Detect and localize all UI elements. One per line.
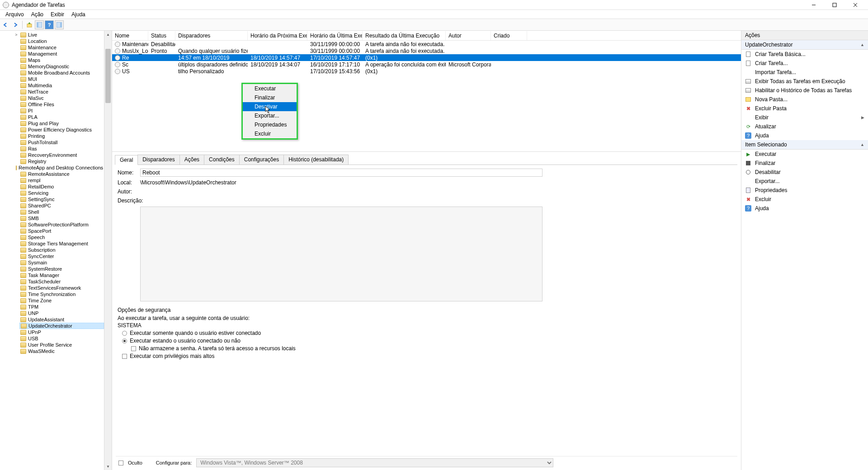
action-link-atualizar[interactable]: ⟳Atualizar xyxy=(741,122,868,131)
minimize-button[interactable] xyxy=(807,0,820,9)
column-header[interactable]: Status xyxy=(148,31,175,40)
actions-section-header[interactable]: Item Selecionado▲ xyxy=(741,140,868,150)
tab-geral[interactable]: Geral xyxy=(115,155,138,165)
tab-configurações[interactable]: Configurações xyxy=(239,155,284,164)
tree-item-maps[interactable]: Maps xyxy=(19,57,104,63)
menu-ação[interactable]: Ação xyxy=(28,10,47,19)
action-link-executar[interactable]: ▶Executar xyxy=(741,150,868,159)
action-link-ajuda[interactable]: ?Ajuda xyxy=(741,204,868,213)
tree-item-synccenter[interactable]: SyncCenter xyxy=(19,253,104,259)
action-link-excluir[interactable]: ✖Excluir xyxy=(741,195,868,204)
action-link-exibir-todas-as-tarefas-em-execu-o[interactable]: Exibir Todas as Tarefas em Execução xyxy=(741,77,868,86)
menu-arquivo[interactable]: Arquivo xyxy=(2,10,28,19)
tree-item-updateorchestrator[interactable]: UpdateOrchestrator xyxy=(19,323,104,329)
tasks-rows[interactable]: Maintenanc...Desabilitado30/11/1999 00:0… xyxy=(112,41,741,75)
tab-condições[interactable]: Condições xyxy=(204,155,240,164)
column-header[interactable]: Nome xyxy=(112,31,148,40)
expand-icon[interactable]: > xyxy=(14,33,19,37)
tree-item-ras[interactable]: Ras xyxy=(19,146,104,152)
action-link-exportar-[interactable]: Exportar... xyxy=(741,177,868,186)
tree-item-pla[interactable]: PLA xyxy=(19,114,104,120)
context-menu-item-executar[interactable]: Executar xyxy=(243,84,297,93)
menu-exibir[interactable]: Exibir xyxy=(47,10,68,19)
action-link-habilitar-o-hist-rico-de-todas-as-tarefas[interactable]: Habilitar o Histórico de Todas as Tarefa… xyxy=(741,86,868,95)
tab-ações[interactable]: Ações xyxy=(179,155,204,164)
tree-item-time-zone[interactable]: Time Zone xyxy=(19,297,104,304)
tree-item-taskscheduler[interactable]: TaskScheduler xyxy=(19,278,104,285)
tree-item-printing[interactable]: Printing xyxy=(19,133,104,139)
close-button[interactable] xyxy=(849,0,862,9)
tree-item-user-profile-service[interactable]: User Profile Service xyxy=(19,342,104,348)
tree-item-subscription[interactable]: Subscription xyxy=(19,247,104,253)
tree-view[interactable]: >LiveLocationMaintenanceManagementMapsMe… xyxy=(0,31,104,470)
tree-item-updateassistant[interactable]: UpdateAssistant xyxy=(19,316,104,323)
column-header[interactable]: Autor xyxy=(446,31,491,40)
task-row[interactable]: Maintenanc...Desabilitado30/11/1999 00:0… xyxy=(112,41,741,47)
column-header[interactable]: Horário da Última Execução xyxy=(307,31,363,40)
tree-item-settingsync[interactable]: SettingSync xyxy=(19,196,104,202)
tree-item-sysmain[interactable]: Sysmain xyxy=(19,259,104,266)
tree-item-mui[interactable]: MUI xyxy=(19,76,104,82)
tree-item-smb[interactable]: SMB xyxy=(19,215,104,221)
tree-item-mobile-broadband-accounts[interactable]: Mobile Broadband Accounts xyxy=(19,70,104,76)
back-button[interactable] xyxy=(1,20,10,29)
tree-item-offline-files[interactable]: Offline Files xyxy=(19,101,104,108)
tree-item-maintenance[interactable]: Maintenance xyxy=(19,44,104,51)
tree-item-spaceport[interactable]: SpacePort xyxy=(19,228,104,234)
radio-connected-or-not[interactable] xyxy=(122,338,127,343)
column-header[interactable]: Resultado da Última Execução xyxy=(363,31,446,40)
tree-item-retaildemo[interactable]: RetailDemo xyxy=(19,183,104,190)
action-link-exibir[interactable]: Exibir▶ xyxy=(741,113,868,122)
tree-item-power-efficiency-diagnostics[interactable]: Power Efficiency Diagnostics xyxy=(19,127,104,133)
up-button[interactable] xyxy=(25,20,34,29)
tree-item-memorydiagnostic[interactable]: MemoryDiagnostic xyxy=(19,63,104,70)
action-link-excluir-pasta[interactable]: ✖Excluir Pasta xyxy=(741,104,868,113)
tree-item-textservicesframework[interactable]: TextServicesFramework xyxy=(19,285,104,291)
tab-disparadores[interactable]: Disparadores xyxy=(137,155,179,164)
tree-item-shell[interactable]: Shell xyxy=(19,209,104,215)
tree-item-rempl[interactable]: rempl xyxy=(19,177,104,183)
tree-item-sharedpc[interactable]: SharedPC xyxy=(19,202,104,209)
tree-item-recoveryenvironment[interactable]: RecoveryEnvironment xyxy=(19,152,104,158)
action-link-criar-tarefa-[interactable]: Criar Tarefa... xyxy=(741,59,868,68)
task-row[interactable]: MusUx_Log...ProntoQuando qualquer usuári… xyxy=(112,47,741,54)
tab-histórico[interactable]: Histórico (desabilitada) xyxy=(283,155,349,164)
column-header[interactable]: Criado xyxy=(491,31,527,40)
action-link-propriedades[interactable]: Propriedades xyxy=(741,186,868,195)
panel2-button[interactable] xyxy=(55,20,64,29)
context-menu-item-excluir[interactable]: Excluir xyxy=(243,129,297,138)
tree-item-servicing[interactable]: Servicing xyxy=(19,190,104,196)
tree-item-waasmedic[interactable]: WaaSMedic xyxy=(19,348,104,354)
forward-button[interactable] xyxy=(11,20,20,29)
tree-item-remoteassistance[interactable]: RemoteAssistance xyxy=(19,171,104,177)
tree-item-registry[interactable]: Registry xyxy=(19,158,104,164)
collapse-icon[interactable]: ▲ xyxy=(860,142,864,147)
scroll-down-arrow[interactable]: ▼ xyxy=(104,463,112,470)
column-header[interactable]: Disparadores xyxy=(175,31,248,40)
action-link-importar-tarefa-[interactable]: Importar Tarefa... xyxy=(741,68,868,77)
tree-item-live[interactable]: >Live xyxy=(19,32,104,38)
context-menu-item-finalizar[interactable]: Finalizar xyxy=(243,93,297,102)
task-name-input[interactable] xyxy=(140,169,542,177)
checkbox-highest-priv[interactable] xyxy=(122,354,127,359)
context-menu-item-propriedades[interactable]: Propriedades xyxy=(243,120,297,129)
tree-item-nlasvc[interactable]: NlaSvc xyxy=(19,95,104,101)
action-link-ajuda[interactable]: ?Ajuda xyxy=(741,131,868,140)
help-button[interactable]: ? xyxy=(45,20,54,29)
task-description-textarea[interactable] xyxy=(140,207,542,301)
tree-item-remoteapp-and-desktop-connections[interactable]: RemoteApp and Desktop Connections xyxy=(19,164,104,171)
tree-item-systemrestore[interactable]: SystemRestore xyxy=(19,266,104,272)
actions-section-header[interactable]: UpdateOrchestrator▲ xyxy=(741,40,868,50)
maximize-button[interactable] xyxy=(828,0,841,9)
action-link-criar-tarefa-b-sica-[interactable]: Criar Tarefa Básica... xyxy=(741,50,868,59)
scroll-thumb[interactable] xyxy=(105,49,111,103)
task-row[interactable]: Scúltiplos disparadores definidos18/10/2… xyxy=(112,61,741,68)
tree-item-task-manager[interactable]: Task Manager xyxy=(19,272,104,278)
tree-item-unp[interactable]: UNP xyxy=(19,310,104,316)
tree-item-location[interactable]: Location xyxy=(19,38,104,44)
tree-item-tpm[interactable]: TPM xyxy=(19,304,104,310)
action-link-finalizar[interactable]: Finalizar xyxy=(741,159,868,168)
radio-only-connected[interactable] xyxy=(122,331,127,336)
tree-scrollbar[interactable]: ▲ ▼ xyxy=(104,31,112,470)
tree-item-plug-and-play[interactable]: Plug and Play xyxy=(19,120,104,127)
